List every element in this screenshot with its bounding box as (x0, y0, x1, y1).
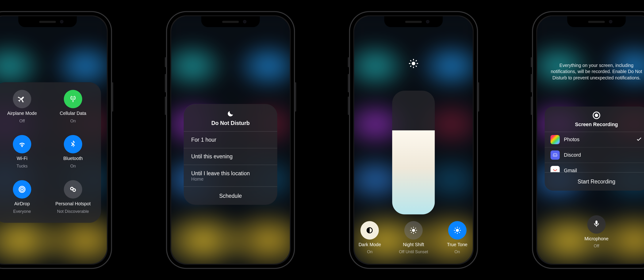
svg-point-24 (456, 229, 459, 232)
dnd-title: Do Not Disturb (212, 120, 250, 126)
bluetooth-icon (64, 135, 82, 153)
dnd-schedule-label: Schedule (219, 193, 242, 199)
microphone-icon (592, 219, 601, 229)
photos-app-icon (550, 135, 560, 144)
svg-line-11 (416, 66, 416, 67)
svg-line-10 (410, 60, 411, 61)
airdrop-toggle[interactable]: AirDrop Everyone (0, 178, 48, 219)
dnd-option-1hour[interactable]: For 1 hour (184, 131, 278, 148)
airdrop-icon (13, 180, 31, 198)
hotspot-label: Personal Hotspot (56, 201, 90, 206)
svg-point-34 (556, 155, 556, 156)
airdrop-status: Everyone (13, 209, 31, 213)
recording-app-photos[interactable]: Photos (545, 132, 644, 147)
cellular-data-toggle[interactable]: Cellular Data On (48, 88, 98, 128)
true-tone-toggle[interactable]: True Tone On (442, 221, 473, 254)
recording-app-label: Gmail (564, 167, 577, 172)
brightness-fill (392, 130, 435, 214)
recording-panel: Screen Recording Photos (545, 107, 644, 191)
wifi-label: Wi-Fi (17, 156, 28, 161)
microphone-toggle[interactable] (587, 215, 606, 233)
phone-connectivity: Airplane Mode Off Cellular Data On (0, 11, 112, 269)
airplane-mode-status: Off (19, 119, 25, 123)
night-shift-toggle[interactable]: Night Shift Off Until Sunset (398, 221, 429, 254)
svg-line-30 (459, 232, 460, 233)
airplane-icon (13, 90, 31, 108)
svg-point-5 (412, 62, 415, 65)
svg-line-21 (415, 232, 416, 233)
start-recording-label: Start Recording (578, 178, 615, 185)
cellular-data-label: Cellular Data (60, 111, 86, 116)
night-shift-status: Off Until Sunset (399, 249, 428, 254)
hotspot-status: Not Discoverable (57, 209, 89, 213)
phone-dnd: Do Not Disturb For 1 hour Until this eve… (166, 11, 295, 269)
dnd-option-sub: Home (191, 176, 270, 181)
svg-line-23 (415, 228, 416, 228)
true-tone-icon (448, 221, 466, 239)
airplane-mode-label: Airplane Mode (7, 111, 37, 116)
svg-point-15 (412, 229, 415, 232)
start-recording-button[interactable]: Start Recording (545, 172, 644, 190)
microphone-status: Off (594, 243, 599, 248)
hotspot-toggle[interactable]: Personal Hotspot Not Discoverable (48, 178, 98, 219)
svg-line-22 (411, 232, 412, 233)
svg-line-20 (411, 228, 412, 228)
dnd-option-label: Until this evening (191, 153, 232, 160)
svg-line-31 (455, 232, 456, 233)
wifi-toggle[interactable]: Wi-Fi Tucks (0, 133, 48, 174)
true-tone-status: On (454, 249, 460, 254)
bluetooth-toggle[interactable]: Bluetooth On (48, 133, 98, 174)
night-shift-label: Night Shift (403, 242, 424, 247)
airdrop-label: AirDrop (14, 201, 30, 206)
dark-mode-toggle[interactable]: Dark Mode On (354, 221, 385, 254)
hotspot-icon (64, 180, 82, 198)
airplane-mode-toggle[interactable]: Airplane Mode Off (0, 88, 48, 128)
dnd-panel: Do Not Disturb For 1 hour Until this eve… (184, 104, 278, 205)
phone-screen-recording: Everything on your screen, including not… (532, 11, 644, 269)
dark-mode-status: On (367, 249, 373, 254)
bluetooth-status: On (70, 164, 76, 168)
recording-app-list[interactable]: Photos Discord (545, 132, 644, 172)
cellular-icon (64, 90, 82, 108)
recording-app-discord[interactable]: Discord (545, 147, 644, 163)
bluetooth-label: Bluetooth (63, 156, 83, 161)
checkmark-icon (636, 136, 642, 144)
dnd-schedule-button[interactable]: Schedule (184, 186, 278, 205)
recording-title: Screen Recording (575, 122, 618, 128)
svg-point-0 (21, 188, 23, 190)
true-tone-label: True Tone (447, 242, 468, 247)
gmail-app-icon (550, 166, 560, 172)
cellular-data-status: On (70, 119, 76, 123)
dnd-option-evening[interactable]: Until this evening (184, 148, 278, 165)
discord-app-icon (550, 151, 560, 160)
dnd-option-label: For 1 hour (191, 137, 216, 143)
dark-mode-label: Dark Mode (358, 242, 381, 247)
svg-line-13 (416, 60, 416, 61)
night-shift-icon (404, 221, 423, 239)
phone-brightness: Dark Mode On Night Shift Off Until Sunse… (349, 11, 478, 269)
recording-app-label: Discord (564, 152, 581, 158)
brightness-slider[interactable] (392, 91, 435, 214)
connectivity-panel: Airplane Mode Off Cellular Data On (0, 82, 101, 223)
record-icon (592, 112, 600, 119)
wifi-icon (13, 135, 31, 153)
sun-icon (408, 58, 419, 71)
moon-icon (227, 110, 234, 117)
recording-app-gmail[interactable]: Gmail (545, 163, 644, 172)
dark-mode-icon (360, 221, 379, 239)
dnd-option-location[interactable]: Until I leave this location Home (184, 165, 278, 186)
svg-point-4 (73, 189, 75, 191)
svg-point-33 (554, 155, 554, 156)
microphone-label: Microphone (584, 236, 608, 241)
recording-info-text: Everything on your screen, including not… (547, 62, 644, 81)
wifi-network: Tucks (17, 164, 28, 168)
svg-line-12 (410, 66, 411, 67)
recording-app-label: Photos (564, 137, 580, 143)
svg-line-32 (459, 228, 460, 228)
dnd-option-label: Until I leave this location (191, 170, 270, 176)
svg-line-29 (455, 228, 456, 228)
